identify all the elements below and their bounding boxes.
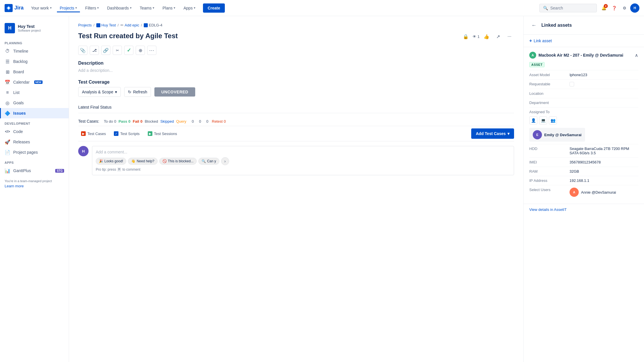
sidebar-item-project-pages[interactable]: 📄 Project pages [0, 147, 69, 157]
view-details-link[interactable]: View details in AssetIT [524, 204, 644, 215]
sidebar-item-label: Backlog [13, 59, 28, 64]
sidebar-item-code[interactable]: </> Code [0, 126, 69, 137]
sidebar-item-calendar[interactable]: 📅 Calendar NEW [0, 77, 69, 87]
link-button[interactable]: 🔗 [101, 46, 110, 55]
comment-input[interactable]: Add a comment... [96, 150, 510, 154]
linked-assets-title: Linked assets [541, 23, 572, 28]
nav-filters[interactable]: Filters ▾ [82, 4, 102, 12]
comment-can-you[interactable]: 🔍 Can y [198, 158, 219, 165]
test-coverage-title: Test Coverage [78, 80, 514, 85]
more-toolbar-button[interactable]: ··· [147, 46, 156, 55]
comment-blocked[interactable]: 🚫 This is blocked... [159, 158, 197, 165]
select-user-avatar: A [570, 188, 579, 197]
breadcrumb-project-name[interactable]: Huy Test [101, 23, 116, 27]
back-button[interactable]: ← [529, 21, 538, 30]
sidebar-item-list[interactable]: ≡ List [0, 87, 69, 98]
uncovered-button[interactable]: UNCOVERED [154, 87, 195, 97]
test-sessions-tab[interactable]: ▶ Test Sessions [145, 130, 180, 138]
nav-logo[interactable]: Jira [5, 4, 24, 12]
link-asset-button[interactable]: + Link asset [524, 35, 644, 47]
location-label: Location [529, 91, 570, 96]
user-avatar[interactable]: H [630, 3, 639, 13]
goals-icon: ◎ [5, 100, 10, 106]
nav-your-work[interactable]: Your work ▾ [28, 4, 55, 12]
comment-quick-actions: 🎉 Looks good! 👋 Need help? 🚫 This is blo… [96, 157, 510, 165]
nav-apps[interactable]: Apps ▾ [181, 4, 198, 12]
requestable-label: Requestable [529, 82, 570, 86]
branch-button[interactable]: ⎇ [90, 46, 99, 55]
like-button[interactable]: 👍 [482, 32, 491, 41]
settings-button[interactable]: ⚙ [620, 3, 629, 13]
lock-button[interactable]: 🔒 [461, 32, 470, 41]
page-header: Test Run created by Agile Test 🔒 👁 1 👍 ↗… [78, 32, 514, 41]
breadcrumb-add-epic-link[interactable]: Add epic [125, 23, 139, 27]
description-input[interactable]: Add a description... [78, 68, 514, 73]
asset-model-value: Iphone123 [570, 73, 638, 77]
create-button[interactable]: Create [203, 3, 225, 13]
nav-plans[interactable]: Plans ▾ [160, 4, 178, 12]
comment-row: H Add a comment... 🎉 Looks good! 👋 Need … [78, 146, 514, 175]
collapse-button[interactable]: ∧ [635, 53, 638, 58]
learn-more-link[interactable]: Learn more [5, 183, 64, 189]
requestable-checkbox[interactable] [570, 82, 574, 86]
assign-device-icon[interactable]: 💻 [539, 116, 547, 124]
ram-value: 32GB [570, 169, 638, 174]
notifications-button[interactable]: 🔔 2 [599, 3, 608, 13]
nav-icon-group: 🔔 2 ❓ ⚙ H [599, 3, 639, 13]
sidebar-item-timeline[interactable]: ⏱ Timeline [0, 46, 69, 56]
add-test-cases-label: Add Test Cases [476, 131, 506, 136]
test-cases-tab[interactable]: ▶ Test Cases [78, 130, 109, 138]
help-button[interactable]: ❓ [610, 3, 619, 13]
dashboards-arrow-icon: ▾ [130, 6, 132, 10]
your-work-arrow-icon: ▾ [50, 6, 52, 10]
skipped-label: Skipped [160, 119, 174, 124]
analysis-scope-button[interactable]: Analysis & Scope ▾ [78, 87, 121, 97]
sidebar-item-issues[interactable]: 🔷 Issues [0, 108, 69, 118]
test-coverage-header: Analysis & Scope ▾ ↻ Refresh UNCOVERED [78, 87, 514, 97]
target-button[interactable]: ⊕ [136, 46, 145, 55]
sidebar-item-board[interactable]: ⊞ Board [0, 67, 69, 77]
page-actions: 🔒 👁 1 👍 ↗ ··· [461, 32, 514, 41]
assign-group-icon[interactable]: 👥 [549, 116, 557, 124]
nav-projects[interactable]: Projects ▾ [57, 4, 80, 12]
watchers-button[interactable]: 👁 1 [473, 34, 480, 39]
breadcrumb-sep-2: / [118, 23, 119, 27]
refresh-button[interactable]: ↻ Refresh [124, 87, 151, 97]
sidebar: H Huy Test Software project PLANNING ⏱ T… [0, 16, 69, 362]
flag-button[interactable]: ✂ [113, 46, 122, 55]
test-scripts-tab[interactable]: ✓ Test Scripts [111, 130, 142, 138]
asset-badge-container: ASSET [529, 62, 638, 67]
blocked-text: This is blocked... [168, 159, 193, 163]
breadcrumb-issue-id-text: EDLG-4 [149, 23, 162, 27]
looks-good-text: Looks good! [104, 159, 123, 163]
add-test-cases-button[interactable]: Add Test Cases ▾ [471, 128, 514, 139]
search-input[interactable]: 🔍 Search [539, 4, 597, 12]
nav-teams[interactable]: Teams ▾ [137, 4, 157, 12]
assign-icons: 👤 💻 👥 [529, 116, 557, 124]
more-options-button[interactable]: ··· [505, 32, 514, 41]
comment-more-button[interactable]: › [221, 157, 229, 165]
asset-badge: ASSET [529, 62, 545, 67]
tc-retest: Retest 0 [212, 119, 226, 124]
share-button[interactable]: ↗ [493, 32, 503, 41]
nav-dashboards[interactable]: Dashboards ▾ [104, 4, 135, 12]
sidebar-item-ganttplus[interactable]: 📊 GanttPlus STG [0, 165, 69, 176]
test-coverage-section: Test Coverage Analysis & Scope ▾ ↻ Refre… [78, 80, 514, 141]
comment-looks-good[interactable]: 🎉 Looks good! [96, 158, 126, 165]
to-do-value: 0 [114, 119, 116, 124]
nav-logo-text: Jira [14, 5, 24, 11]
asset-field-assigned-to: Assigned To 👤 💻 👥 E Emily @ DevSamurai [529, 107, 638, 144]
attach-button[interactable]: 📎 [78, 46, 87, 55]
hdd-label: HDD [529, 147, 570, 151]
sidebar-item-goals[interactable]: ◎ Goals [0, 98, 69, 108]
sidebar-item-backlog[interactable]: ☰ Backlog [0, 56, 69, 67]
breadcrumb-issue-icon [144, 23, 148, 27]
team-info-text: You're in a team-managed project [5, 179, 64, 183]
sidebar-item-releases[interactable]: 🚀 Releases [0, 137, 69, 147]
comment-need-help[interactable]: 👋 Need help? [128, 158, 157, 165]
breadcrumb-projects[interactable]: Projects [78, 23, 92, 27]
assigned-user-name: Emily @ DevSamurai [544, 133, 582, 137]
breadcrumb-add-epic: ✏ Add epic [120, 23, 139, 27]
assign-person-icon[interactable]: 👤 [529, 116, 537, 124]
check-button[interactable]: ✓ [124, 46, 133, 55]
